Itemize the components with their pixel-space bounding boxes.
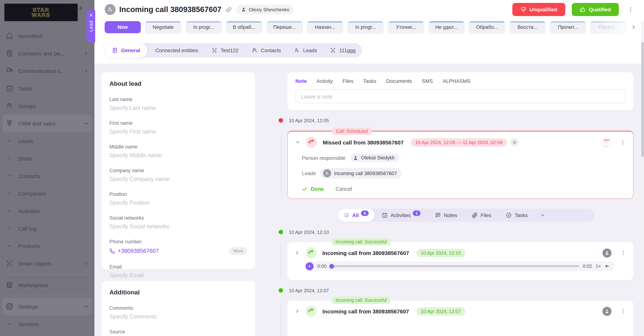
user-avatar[interactable] — [602, 248, 612, 257]
tab-files[interactable]: Files — [342, 78, 353, 84]
person-responsible-chip[interactable]: Oleksii Siedykh — [350, 154, 400, 162]
sidebar-item-smart-objects[interactable]: Smart objects — [0, 255, 94, 272]
kebab-menu-icon[interactable] — [620, 308, 626, 314]
stage-peregovory[interactable]: Перего... — [590, 21, 626, 33]
filter-files[interactable]: Files — [464, 209, 498, 222]
lead-chip[interactable]: Incoming call 380938567607 — [320, 168, 402, 179]
kebab-menu-icon[interactable] — [620, 139, 626, 145]
sidebar-item-leads[interactable]: Leads — [0, 132, 94, 150]
expand-icon[interactable] — [295, 309, 300, 314]
stage-in-progress[interactable]: In progr... — [186, 21, 222, 33]
tab-tasks[interactable]: Tasks — [363, 78, 376, 84]
lead-panel-tab[interactable]: Lead — [86, 10, 95, 42]
scrollbar-thumb[interactable] — [642, 42, 644, 157]
sidebar-item-communication-channels[interactable]: Communication c... — [0, 62, 94, 80]
stage-vosstanovlen[interactable]: Восста... — [510, 21, 546, 33]
sidebar-item-marketplace[interactable]: Marketplace — [0, 276, 94, 294]
play-button[interactable] — [306, 262, 314, 270]
sidebar-item-company-and-people[interactable]: Company and pe... — [0, 45, 94, 62]
user-avatar[interactable] — [602, 307, 612, 316]
sidebar-item-settings[interactable]: Settings — [2, 298, 92, 315]
field-placeholder[interactable]: Specify Middle name — [110, 152, 247, 159]
filter-more-icon[interactable] — [540, 213, 545, 218]
stage-label: В обраб... — [233, 25, 256, 30]
tab-contacts[interactable]: Contacts — [245, 43, 288, 58]
kebab-menu-icon[interactable] — [628, 7, 634, 13]
stage-ne-udalos[interactable]: Не удал... — [428, 21, 464, 33]
tab-activity[interactable]: Activity — [316, 78, 333, 84]
field-placeholder[interactable]: Specify First name — [110, 128, 247, 135]
sidebar-item-deals[interactable]: Deals — [0, 150, 94, 167]
sidebar-item-label: Settings — [18, 303, 79, 309]
sidebar-item-tasks[interactable]: Tasks — [0, 80, 94, 97]
activity-time-pill[interactable]: 10 Apr 2024, 12:10 — [416, 249, 465, 257]
stage-pereshel[interactable]: Переше... — [266, 21, 303, 33]
tab-sms[interactable]: SMS — [422, 78, 433, 84]
timeline-filterbar: All 5 Activities 1 Notes Files — [338, 209, 594, 222]
field-placeholder[interactable]: Specify Social networks — [110, 223, 247, 230]
field-placeholder[interactable]: Specify Company name — [110, 176, 247, 182]
tab-111ggg[interactable]: 111ggg — [324, 43, 362, 58]
stage-new[interactable]: New — [105, 21, 141, 33]
copy-link-icon[interactable] — [226, 7, 232, 13]
stage-obrabotan[interactable]: Обрабо... — [469, 21, 505, 33]
stage-prochitan[interactable]: Прочит... — [550, 21, 586, 33]
cancel-button[interactable]: Cancel — [336, 186, 352, 192]
phone-value[interactable]: +380938567607 — [110, 248, 159, 254]
sidebar-item-contacts[interactable]: Contacts — [0, 167, 94, 185]
scrollbar-track[interactable] — [642, 21, 644, 336]
sidebar-item-newsfeed[interactable]: Newsfeed — [0, 27, 94, 45]
tab-leads[interactable]: Leads — [288, 43, 324, 58]
attachment-thumbnail[interactable] — [601, 137, 611, 147]
activity-time-pill[interactable]: 10 Apr 2024, 12:07 — [416, 307, 465, 315]
tab-alphasms[interactable]: ALPHASMS — [443, 78, 470, 84]
field-placeholder[interactable]: Specify Last name — [110, 105, 247, 111]
sidebar-item-groups[interactable]: Groups — [0, 97, 94, 115]
filter-all[interactable]: All 5 — [338, 209, 374, 222]
kebab-menu-icon[interactable] — [620, 250, 626, 256]
sidebar-item-companies[interactable]: Companies — [0, 185, 94, 202]
owner-chip[interactable]: Olexiy Shevchenko — [236, 5, 294, 15]
email-placeholder[interactable]: Specify Email — [110, 272, 247, 279]
content-body: About lead Last name Specify Last name F… — [94, 64, 644, 336]
filter-notes[interactable]: Notes — [428, 209, 464, 222]
volume-icon[interactable] — [604, 263, 610, 269]
audio-progress-track[interactable] — [330, 265, 579, 267]
unqualified-button[interactable]: Unqualified — [512, 3, 565, 16]
sidebar-item-products[interactable]: Products — [0, 237, 94, 255]
tab-note[interactable]: Note — [296, 78, 307, 84]
stages-scroll-right-icon[interactable] — [631, 25, 636, 30]
sidebar-item-call-log[interactable]: Call log — [0, 220, 94, 237]
pin-sidebar-icon[interactable] — [78, 6, 84, 11]
phone-type-badge: Work — [229, 247, 247, 255]
field-placeholder[interactable]: Specify Position — [110, 200, 247, 206]
qualified-button[interactable]: Qualified — [572, 3, 619, 16]
timeline-date: 10 Apr 2024, 12:10 — [289, 229, 329, 235]
note-input[interactable] — [296, 89, 626, 103]
stage-negotiate[interactable]: Negotiate — [145, 21, 181, 33]
audio-rate[interactable]: 1× — [596, 263, 601, 269]
sidebar-item-activities[interactable]: Activities — [0, 202, 94, 220]
stage-v-obrabotke[interactable]: В обраб... — [226, 21, 262, 33]
collapse-icon[interactable] — [295, 140, 300, 145]
tab-test122[interactable]: Test122 — [205, 43, 245, 58]
tab-general[interactable]: General — [105, 43, 147, 58]
filter-activities[interactable]: Activities 1 — [374, 209, 428, 222]
sidebar-item-sections[interactable]: Sections — [0, 315, 94, 333]
sidebar-item-crm-and-sales[interactable]: CRM and sales — [2, 115, 92, 132]
sidebar: STAR WARS Newsfeed Company and pe... Com… — [0, 0, 94, 336]
activity-period-pill[interactable]: 10 Apr 2024, 12:05 — 11 Apr 2024, 02:59 — [411, 138, 507, 146]
tab-documents[interactable]: Documents — [386, 78, 412, 84]
close-icon[interactable] — [89, 13, 93, 17]
done-button[interactable]: Done — [302, 186, 324, 192]
entity-tab-row: General Connected entities: Test122 Cont… — [94, 38, 644, 64]
filter-tasks[interactable]: Tasks — [499, 209, 535, 222]
timeline-date-row: 10 Apr 2024, 12:07 — [287, 287, 634, 293]
stage-in-progress-2[interactable]: In progr... — [348, 21, 384, 33]
comments-placeholder[interactable]: Specify Comments — [110, 313, 247, 320]
stage-naznachen[interactable]: Назнач... — [307, 21, 343, 33]
expand-icon[interactable] — [295, 250, 300, 255]
workspace-logo[interactable]: STAR WARS — [4, 4, 78, 21]
stage-utochnenie[interactable]: Уточне... — [388, 21, 424, 33]
audio-progress-thumb[interactable] — [330, 264, 334, 268]
